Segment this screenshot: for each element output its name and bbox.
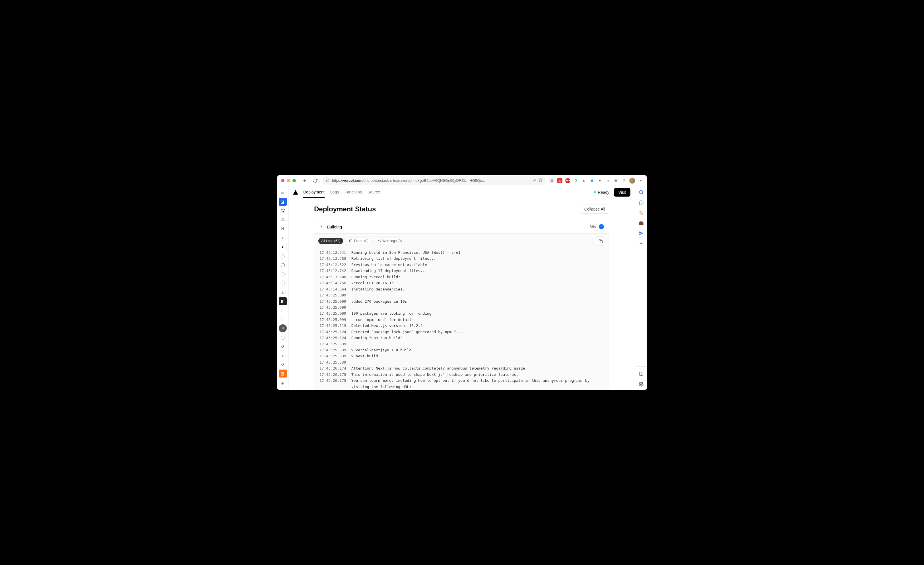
log-message: > vercel-nextjs@0.1.0 build bbox=[351, 347, 411, 353]
log-timestamp: 17:43:25.119 bbox=[320, 322, 346, 328]
ext-grammarly-icon[interactable]: G bbox=[573, 178, 578, 183]
add-button[interactable]: + bbox=[638, 240, 644, 247]
maximize-window-button[interactable] bbox=[292, 179, 296, 182]
ext-heart-icon[interactable]: ♡ bbox=[621, 178, 626, 183]
ext-favorites-icon[interactable]: ☆ bbox=[605, 178, 610, 183]
rail-icon-dark[interactable]: ◧ bbox=[279, 297, 287, 305]
log-row: 17:43:12.388Retrieving list of deploymen… bbox=[320, 255, 604, 261]
read-aloud-icon[interactable]: A⁰ bbox=[533, 179, 536, 182]
page-title: Deployment Status bbox=[314, 205, 376, 213]
refresh-button[interactable] bbox=[311, 177, 319, 184]
rail-icon-notion[interactable]: N bbox=[279, 225, 287, 233]
log-timestamp: 17:43:12.388 bbox=[320, 255, 346, 261]
rail-icon-tab[interactable]: ▭ bbox=[279, 189, 287, 196]
visit-button[interactable]: Visit bbox=[614, 188, 630, 196]
status-text: Ready bbox=[598, 190, 609, 195]
tab-functions[interactable]: Functions bbox=[345, 187, 362, 198]
tab-deployment[interactable]: Deployment bbox=[303, 187, 325, 198]
copy-logs-button[interactable] bbox=[596, 237, 605, 246]
svg-rect-5 bbox=[600, 240, 602, 243]
back-button[interactable] bbox=[301, 177, 309, 184]
collapse-all-button[interactable]: Collapse All bbox=[580, 205, 609, 214]
filter-warnings[interactable]: Warnings (0) bbox=[374, 238, 405, 244]
log-timestamp: 17:43:25.099 bbox=[320, 304, 346, 310]
url-text: https://vercel.com/eric-betterstack-s-te… bbox=[332, 178, 531, 183]
log-message: added 270 packages in 10s bbox=[351, 298, 407, 304]
close-window-button[interactable] bbox=[281, 179, 285, 182]
rail-icon-github3[interactable]: ◯ bbox=[279, 270, 287, 278]
log-row: 17:43:25.539> vercel-nextjs@0.1.0 build bbox=[320, 347, 604, 353]
log-message: Detected Next.js version: 13.2.4 bbox=[351, 322, 423, 328]
rail-icon-google2[interactable]: G bbox=[279, 360, 287, 369]
rail-icon-gray1[interactable]: ▲ bbox=[279, 234, 287, 242]
send-icon[interactable] bbox=[638, 230, 644, 237]
tab-source[interactable]: Source bbox=[368, 187, 380, 198]
panel-header[interactable]: Building 36s bbox=[314, 220, 609, 233]
log-row: 17:43:25.539> next build bbox=[320, 353, 604, 359]
building-panel: Building 36s All Logs (62) Errors (0 bbox=[314, 220, 609, 390]
rail-icon-google1[interactable]: G bbox=[279, 343, 287, 351]
rail-icon-github5[interactable]: ◯ bbox=[279, 333, 287, 342]
svg-rect-8 bbox=[639, 372, 643, 376]
rail-icon-github4[interactable]: ◯ bbox=[279, 279, 287, 287]
log-row: 17:43:25.124Running "npm run build" bbox=[320, 335, 604, 341]
log-output[interactable]: 17:43:12.341Running build in San Francis… bbox=[314, 248, 609, 390]
rail-icon-calendar[interactable]: 📅 bbox=[279, 207, 287, 215]
ext-icon-5[interactable]: ◐ bbox=[581, 178, 586, 183]
tag-icon[interactable]: 🏷️ bbox=[638, 210, 644, 216]
rail-icon-vercel[interactable]: ▲ bbox=[279, 243, 287, 251]
main-content: Deployment Logs Functions Source Ready V… bbox=[288, 186, 635, 390]
ext-collections-icon[interactable]: ⊞ bbox=[613, 178, 618, 183]
filter-all-logs[interactable]: All Logs (62) bbox=[318, 238, 343, 244]
rail-icon-github1[interactable]: ◯ bbox=[279, 252, 287, 260]
ext-icon-1[interactable]: ▦ bbox=[549, 178, 555, 183]
log-message: This information is used to shape Next.j… bbox=[351, 372, 518, 378]
tab-logs[interactable]: Logs bbox=[330, 187, 339, 198]
address-bar[interactable]: https://vercel.com/eric-betterstack-s-te… bbox=[323, 176, 545, 185]
ext-puzzle-icon[interactable]: ✦ bbox=[597, 178, 602, 183]
rail-icon-gray2[interactable]: ▲ bbox=[279, 288, 287, 296]
rail-add-button[interactable]: + bbox=[279, 380, 287, 388]
log-row: 17:43:26.175This information is used to … bbox=[320, 372, 604, 378]
ext-adblock-icon[interactable]: ABP bbox=[565, 178, 570, 183]
favorite-icon[interactable] bbox=[538, 178, 543, 183]
more-menu-button[interactable]: ⋯ bbox=[638, 178, 643, 183]
log-message: Retrieving list of deployment files... bbox=[351, 255, 436, 261]
log-row: 17:43:25.539 bbox=[320, 359, 604, 365]
right-sidebar: 🏷️ 💼 + bbox=[635, 186, 647, 390]
panel-icon[interactable] bbox=[638, 371, 644, 377]
rail-icon-github2[interactable]: ◯ bbox=[279, 261, 287, 269]
rail-icon-gray3[interactable]: ▢ bbox=[279, 306, 287, 314]
rail-icon-app1[interactable]: ◪ bbox=[279, 198, 287, 206]
minimize-window-button[interactable] bbox=[287, 179, 290, 182]
left-sidebar: ▭ ◪ 📅 ⁂ N ▲ ▲ ◯ ◯ ◯ ◯ ▲ ◧ ▢ ▢ N ◯ G ▲ G … bbox=[277, 186, 288, 390]
log-row: 17:43:25.099 run `npm fund` for details bbox=[320, 317, 604, 322]
rail-icon-orange[interactable]: ▧ bbox=[279, 370, 287, 378]
rail-icon-next[interactable]: N bbox=[279, 324, 287, 332]
ext-icon-2[interactable]: ▲ bbox=[557, 178, 562, 183]
log-message: 100 packages are looking for funding bbox=[351, 310, 432, 316]
log-row: 17:43:12.742Downloading 17 deployment fi… bbox=[320, 268, 604, 274]
ext-icon-6[interactable]: ▣ bbox=[589, 178, 594, 183]
briefcase-icon[interactable]: 💼 bbox=[638, 220, 644, 226]
success-check-icon bbox=[599, 224, 604, 229]
log-timestamp: 17:43:26.175 bbox=[320, 378, 346, 390]
status-badge: Ready bbox=[594, 190, 609, 195]
log-timestamp: 17:43:25.539 bbox=[320, 353, 346, 359]
chat-icon[interactable] bbox=[638, 199, 644, 206]
log-timestamp: 17:43:25.099 bbox=[320, 317, 346, 322]
filter-errors[interactable]: Errors (0) bbox=[346, 238, 372, 244]
log-row: 17:43:26.174Attention: Next.js now colle… bbox=[320, 365, 604, 371]
settings-icon[interactable] bbox=[638, 381, 644, 387]
log-row: 17:43:25.119Detected Next.js version: 13… bbox=[320, 322, 604, 328]
vercel-logo-icon[interactable] bbox=[293, 190, 298, 195]
log-message: Vercel CLI 28.16.15 bbox=[351, 280, 394, 286]
log-timestamp: 17:43:25.099 bbox=[320, 292, 346, 298]
log-timestamp: 17:43:26.174 bbox=[320, 365, 346, 371]
log-message: > next build bbox=[351, 353, 378, 359]
rail-icon-gray5[interactable]: ▲ bbox=[279, 352, 287, 360]
profile-avatar[interactable] bbox=[629, 177, 635, 184]
search-icon[interactable] bbox=[638, 189, 644, 195]
rail-icon-slack[interactable]: ⁂ bbox=[279, 216, 287, 223]
rail-icon-gray4[interactable]: ▢ bbox=[279, 315, 287, 323]
